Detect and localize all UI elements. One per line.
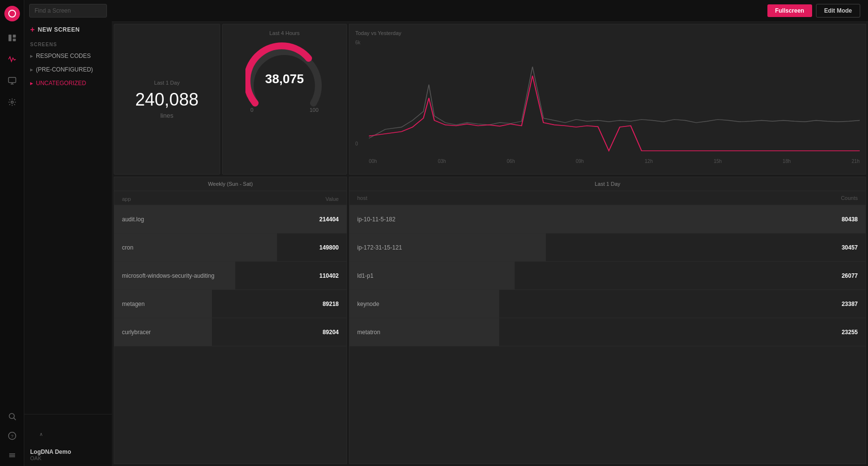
table-row: curlybracer 89204 xyxy=(114,318,347,346)
host-row: keynode 23387 xyxy=(349,290,866,318)
sidebar-icon-monitor[interactable] xyxy=(3,72,21,90)
sidebar-icon-collapse[interactable] xyxy=(3,447,21,464)
plus-icon: + xyxy=(30,25,35,34)
chart-lines-svg xyxy=(369,40,860,156)
svg-line-8 xyxy=(14,418,16,420)
sidebar-icon-activity[interactable] xyxy=(3,51,21,68)
svg-text:?: ? xyxy=(11,433,14,439)
row-value-0: 214404 xyxy=(319,216,339,223)
host-label-0: ip-10-11-5-182 xyxy=(357,216,396,223)
top-bar: Fullscreen Edit Mode xyxy=(112,0,868,22)
bar xyxy=(349,262,515,289)
table-row: audit.log 214404 xyxy=(114,205,347,233)
table-row: cron 149800 xyxy=(114,233,347,262)
row-label-4: curlybracer xyxy=(122,329,151,336)
row-label-3: metagen xyxy=(122,301,145,307)
row-value-3: 89218 xyxy=(323,301,339,307)
weekly-col-value: Value xyxy=(326,196,339,202)
x-label-18h: 18h xyxy=(782,159,791,164)
gauge-max: 100 xyxy=(310,107,318,113)
svg-rect-3 xyxy=(8,77,16,83)
card-last1day-value: 240,088 xyxy=(135,90,198,110)
arrow-icon-3: ▶ xyxy=(30,81,33,86)
sidebar-icon-help[interactable]: ? xyxy=(3,427,21,445)
host-value-2: 26077 xyxy=(842,272,858,279)
gauge-wrap: 38,075 0 100 xyxy=(245,40,323,118)
host-col-counts: Counts xyxy=(841,195,858,201)
card-last1day-unit: lines xyxy=(160,112,174,119)
fullscreen-button[interactable]: Fullscreen xyxy=(767,4,812,17)
svg-rect-0 xyxy=(8,35,11,41)
chevron-up-icon[interactable]: ∧ xyxy=(32,425,50,443)
weekly-title: Weekly (Sun - Sat) xyxy=(114,177,347,191)
chart-label: Today vs Yesterday xyxy=(355,30,860,36)
x-label-12h: 12h xyxy=(645,159,653,164)
bar xyxy=(114,233,277,261)
table-row: metagen 89218 xyxy=(114,290,347,318)
y-max: 6k xyxy=(355,40,367,45)
sidebar-icon-settings[interactable] xyxy=(3,93,21,111)
bar xyxy=(349,205,866,233)
x-label-15h: 15h xyxy=(713,159,722,164)
search-input[interactable] xyxy=(29,4,107,18)
row-label-1: cron xyxy=(122,244,133,251)
new-screen-button[interactable]: + NEW SCREEN xyxy=(24,21,112,38)
svg-rect-2 xyxy=(13,39,16,41)
sidebar-bottom-icons: ∧ xyxy=(30,419,106,448)
row-label-2: microsoft-windows-security-auditing xyxy=(122,272,214,279)
svg-rect-1 xyxy=(13,35,16,37)
x-label-09h: 09h xyxy=(576,159,584,164)
sidebar-icon-panels[interactable] xyxy=(3,29,21,47)
card-last-1-day: Last 1 Day 240,088 lines xyxy=(114,24,220,175)
host-row: ip-10-11-5-182 80438 xyxy=(349,205,866,233)
sidebar-nav: + NEW SCREEN SCREENS ▶ RESPONSE CODES ▶ … xyxy=(24,0,112,466)
chart-area: 6k 0 00h 03h 06h 09h xyxy=(355,40,860,156)
sidebar-item-response-codes[interactable]: ▶ RESPONSE CODES xyxy=(24,49,112,63)
app-logo xyxy=(4,6,20,21)
host-label-4: metatron xyxy=(357,329,380,336)
row-value-2: 110402 xyxy=(319,272,339,279)
host-row: ip-172-31-15-121 30457 xyxy=(349,233,866,262)
sidebar-item-uncategorized[interactable]: ▶ UNCATEGORIZED xyxy=(24,76,112,90)
card-gauge-label: Last 4 Hours xyxy=(269,30,299,36)
sidebar-icons: ? xyxy=(0,0,24,466)
top-left-cards: Last 1 Day 240,088 lines Last 4 Hours 38… xyxy=(114,24,347,175)
card-host: Last 1 Day host Counts ip-10-11-5-182 80… xyxy=(349,177,866,464)
arrow-icon-2: ▶ xyxy=(30,68,33,72)
table-row: microsoft-windows-security-auditing 1104… xyxy=(114,262,347,290)
host-value-3: 23387 xyxy=(842,301,858,307)
sidebar-item-pre-configured[interactable]: ▶ (PRE-CONFIGURED) xyxy=(24,63,112,76)
host-value-0: 80438 xyxy=(842,216,858,223)
sidebar-icon-search[interactable] xyxy=(3,408,21,425)
card-weekly: Weekly (Sun - Sat) app Value audit.log 2… xyxy=(114,177,347,464)
x-label-06h: 06h xyxy=(507,159,515,164)
card-last-4-hours: Last 4 Hours 38,075 0 100 xyxy=(222,24,347,175)
host-row: ld1-p1 26077 xyxy=(349,262,866,290)
host-label-2: ld1-p1 xyxy=(357,272,373,279)
sidebar-left: ? + NEW SCREEN SCREENS ▶ RESPONSE CODES … xyxy=(0,0,112,466)
host-title: Last 1 Day xyxy=(349,177,866,191)
host-label-3: keynode xyxy=(357,301,379,307)
arrow-icon: ▶ xyxy=(30,54,33,58)
x-label-21h: 21h xyxy=(851,159,860,164)
svg-point-7 xyxy=(9,413,15,419)
main-content: Fullscreen Edit Mode Last 1 Day 240,088 … xyxy=(112,0,868,466)
org-sub: OAK xyxy=(30,455,106,461)
x-label-03h: 03h xyxy=(438,159,446,164)
host-col-host: host xyxy=(357,195,367,201)
row-value-4: 89204 xyxy=(323,329,339,336)
svg-point-6 xyxy=(11,101,13,104)
bar xyxy=(114,205,347,233)
chart-plot: 00h 03h 06h 09h 12h 15h 18h 21h xyxy=(369,40,860,156)
card-last1day-label: Last 1 Day xyxy=(154,80,180,86)
chart-x-axis: 00h 03h 06h 09h 12h 15h 18h 21h xyxy=(369,159,860,164)
edit-mode-button[interactable]: Edit Mode xyxy=(816,4,860,18)
row-label-0: audit.log xyxy=(122,216,144,223)
dashboard: Last 1 Day 240,088 lines Last 4 Hours 38… xyxy=(112,22,868,466)
weekly-col-app: app xyxy=(122,196,131,202)
org-name: LogDNA Demo xyxy=(30,448,106,455)
gauge-min: 0 xyxy=(250,107,253,113)
search-box xyxy=(29,4,107,18)
host-label-1: ip-172-31-15-121 xyxy=(357,244,402,251)
y-min: 0 xyxy=(355,141,367,146)
